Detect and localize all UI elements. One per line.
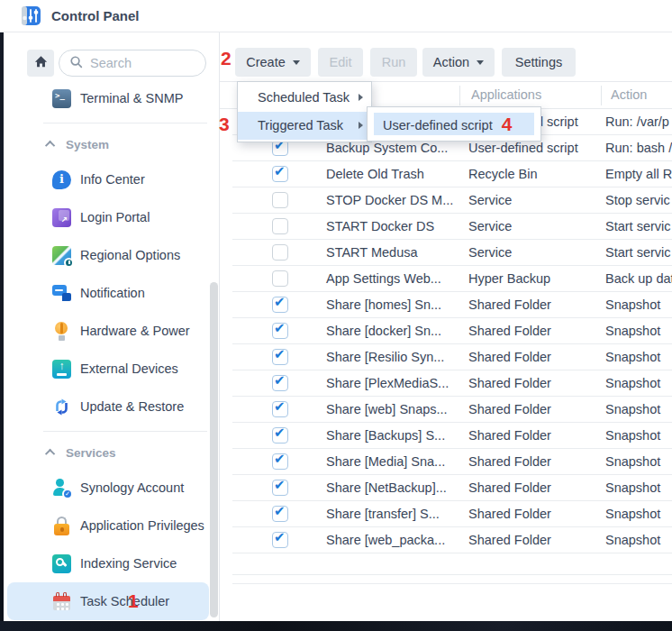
task-name: Delete Old Trash xyxy=(326,161,424,187)
sidebar-item-label: Synology Account xyxy=(80,480,184,495)
menu-item-triggered-task[interactable]: Triggered Task xyxy=(238,112,371,140)
row-checkbox[interactable] xyxy=(272,427,288,444)
sidebar-item-label: Indexing Service xyxy=(80,556,177,571)
task-name: Share [Media] Sna... xyxy=(326,449,445,474)
toolbar: Create Edit Run Action Settings xyxy=(235,48,576,77)
table-row[interactable]: Share [transfer] S...Shared FolderSnapsh… xyxy=(232,501,672,527)
task-application: Service xyxy=(468,187,512,213)
task-action: Snapshot xyxy=(605,344,660,370)
notification-icon xyxy=(52,284,71,303)
search-input[interactable]: Search xyxy=(59,50,206,77)
sidebar-item-synology-account[interactable]: ✓Synology Account xyxy=(4,469,213,507)
sidebar-item-external-devices[interactable]: External Devices xyxy=(4,350,213,388)
edit-button[interactable]: Edit xyxy=(318,48,363,77)
sidebar: Search >_Terminal & SNMPSystemiInfo Cent… xyxy=(4,32,220,621)
chevron-down-icon xyxy=(477,60,484,65)
row-checkbox[interactable] xyxy=(272,506,288,522)
sidebar-divider xyxy=(4,425,213,436)
task-name: START Medusa xyxy=(326,240,418,265)
row-checkbox[interactable] xyxy=(272,244,288,261)
task-application: Shared Folder xyxy=(468,449,551,474)
update-restore-icon xyxy=(52,398,71,416)
settings-button[interactable]: Settings xyxy=(502,48,576,77)
row-checkbox[interactable] xyxy=(272,532,288,548)
chevron-up-icon xyxy=(45,449,55,459)
row-checkbox[interactable] xyxy=(272,480,288,496)
annotation-step-3: 3 xyxy=(219,114,230,135)
table-row[interactable]: START MedusaServiceStart servic xyxy=(232,240,672,266)
task-action: Snapshot xyxy=(605,397,660,422)
sidebar-section-system[interactable]: System xyxy=(4,128,213,160)
search-icon xyxy=(69,55,83,72)
sidebar-item-notification[interactable]: Notification xyxy=(4,274,213,312)
sidebar-item-update-restore[interactable]: Update & Restore xyxy=(4,388,213,425)
create-dropdown-menu: Scheduled Task Triggered Task xyxy=(237,81,372,142)
row-checkbox[interactable] xyxy=(272,349,288,365)
create-button[interactable]: Create xyxy=(235,48,311,77)
table-row[interactable]: Share [Media] Sna...Shared FolderSnapsho… xyxy=(232,449,672,475)
table-row[interactable]: App Settings Web...Hyper BackupBack up d… xyxy=(232,266,672,292)
task-action: Back up dat xyxy=(605,266,672,291)
row-checkbox[interactable] xyxy=(272,192,288,208)
menu-item-scheduled-task[interactable]: Scheduled Task xyxy=(238,84,371,112)
table-row[interactable]: Share [PlexMediaS...Shared FolderSnapsho… xyxy=(232,370,672,397)
task-name: Share [Resilio Syn... xyxy=(326,344,444,370)
home-button[interactable] xyxy=(27,50,54,77)
table-row[interactable]: Share [web_packa...Shared FolderSnapshot xyxy=(232,527,672,553)
external-devices-icon xyxy=(52,360,71,379)
annotation-step-2: 2 xyxy=(221,48,232,69)
sidebar-item-label: Terminal & SNMP xyxy=(80,91,183,105)
table-grid-line xyxy=(232,574,672,575)
table-row[interactable]: STOP Docker DS M...ServiceStop servic xyxy=(232,187,672,214)
task-action: Empty all R xyxy=(605,161,672,187)
task-name: START Docker DS xyxy=(326,214,434,239)
sidebar-item-task-scheduler[interactable]: Task Scheduler1 xyxy=(7,582,209,620)
table-row[interactable]: Share [Backups] S...Shared FolderSnapsho… xyxy=(232,423,672,449)
action-button[interactable]: Action xyxy=(422,48,495,77)
task-application: Recycle Bin xyxy=(468,161,538,187)
task-scheduler-icon xyxy=(52,592,71,611)
row-checkbox[interactable] xyxy=(272,375,288,391)
desktop-wallpaper-strip xyxy=(0,621,672,631)
annotation-step-1: 1 xyxy=(128,590,139,612)
task-action: Snapshot xyxy=(605,370,660,396)
sidebar-item-terminal[interactable]: >_Terminal & SNMP xyxy=(4,79,213,117)
row-checkbox[interactable] xyxy=(272,323,288,339)
task-action: Snapshot xyxy=(605,292,660,317)
task-action: Run: /var/p xyxy=(605,109,669,134)
task-application: Hyper Backup xyxy=(468,266,550,291)
sidebar-section-services[interactable]: Services xyxy=(4,436,213,469)
table-row[interactable]: START Docker DSServiceStart servic xyxy=(232,214,672,240)
run-button[interactable]: Run xyxy=(370,48,417,77)
table-row[interactable]: Share [homes] Sn...Shared FolderSnapshot xyxy=(232,292,672,318)
task-action: Snapshot xyxy=(605,423,660,448)
column-divider xyxy=(459,86,460,105)
task-action: Snapshot xyxy=(605,318,660,343)
column-header-applications[interactable]: Applications xyxy=(471,82,541,108)
row-checkbox[interactable] xyxy=(272,270,288,287)
row-checkbox[interactable] xyxy=(272,297,288,313)
sidebar-item-regional-options[interactable]: Regional Options xyxy=(4,236,213,274)
task-application: Service xyxy=(468,240,512,265)
row-checkbox[interactable] xyxy=(272,166,288,182)
indexing-service-icon xyxy=(52,554,71,573)
sidebar-item-login-portal[interactable]: ↗Login Portal xyxy=(4,198,213,236)
table-row[interactable]: Share [NetBackup]...Shared FolderSnapsho… xyxy=(232,475,672,501)
sidebar-item-info-center[interactable]: iInfo Center xyxy=(4,160,213,198)
row-checkbox[interactable] xyxy=(272,401,288,417)
table-row[interactable]: Delete Old TrashRecycle BinEmpty all R xyxy=(232,161,672,187)
sidebar-item-indexing-service[interactable]: Indexing Service xyxy=(4,544,213,582)
table-row[interactable]: Share [web] Snaps...Shared FolderSnapsho… xyxy=(232,397,672,423)
table-row[interactable]: Share [docker] Sn...Shared FolderSnapsho… xyxy=(232,318,672,344)
table-row[interactable]: Share [Resilio Syn...Shared FolderSnapsh… xyxy=(232,344,672,370)
sidebar-item-application-privileges[interactable]: Application Privileges xyxy=(4,507,213,544)
row-checkbox[interactable] xyxy=(272,453,288,470)
sidebar-scrollbar-thumb[interactable] xyxy=(210,282,218,617)
sidebar-item-hardware-power[interactable]: Hardware & Power xyxy=(4,312,213,350)
task-application: Shared Folder xyxy=(468,527,551,553)
menu-item-user-defined-script[interactable]: User-defined script 4 xyxy=(374,113,534,135)
task-action: Snapshot xyxy=(605,501,660,526)
task-name: Share [homes] Sn... xyxy=(326,292,441,317)
column-header-action[interactable]: Action xyxy=(611,82,647,108)
row-checkbox[interactable] xyxy=(272,218,288,234)
